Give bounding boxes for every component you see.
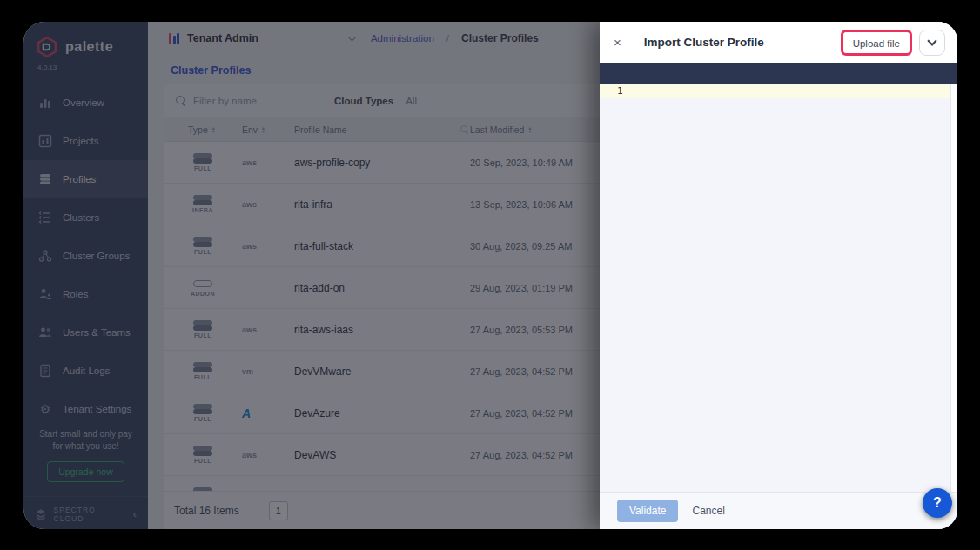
upload-file-button[interactable]: Upload file bbox=[853, 38, 900, 49]
upload-file-highlight: Upload file bbox=[841, 30, 912, 56]
cancel-button[interactable]: Cancel bbox=[692, 505, 724, 517]
chevron-down-button[interactable] bbox=[919, 30, 945, 56]
line-number: 1 bbox=[617, 85, 623, 97]
editor-active-line bbox=[600, 84, 950, 98]
chevron-down-icon bbox=[927, 36, 936, 45]
close-icon[interactable]: × bbox=[614, 35, 621, 50]
screen: palette 4.0.13 Overview Projects Profile… bbox=[0, 0, 980, 550]
editor-scrollbar[interactable] bbox=[950, 84, 957, 492]
help-button[interactable]: ? bbox=[923, 488, 952, 518]
editor-toolbar bbox=[600, 63, 957, 84]
validate-button[interactable]: Validate bbox=[617, 500, 678, 522]
drawer-header: × Import Cluster Profile Upload file bbox=[600, 22, 957, 63]
yaml-editor[interactable]: 1 bbox=[600, 84, 957, 492]
import-cluster-profile-drawer: × Import Cluster Profile Upload file 1 V… bbox=[600, 22, 957, 529]
drawer-footer: Validate Cancel bbox=[600, 492, 957, 529]
drawer-title: Import Cluster Profile bbox=[644, 36, 764, 49]
